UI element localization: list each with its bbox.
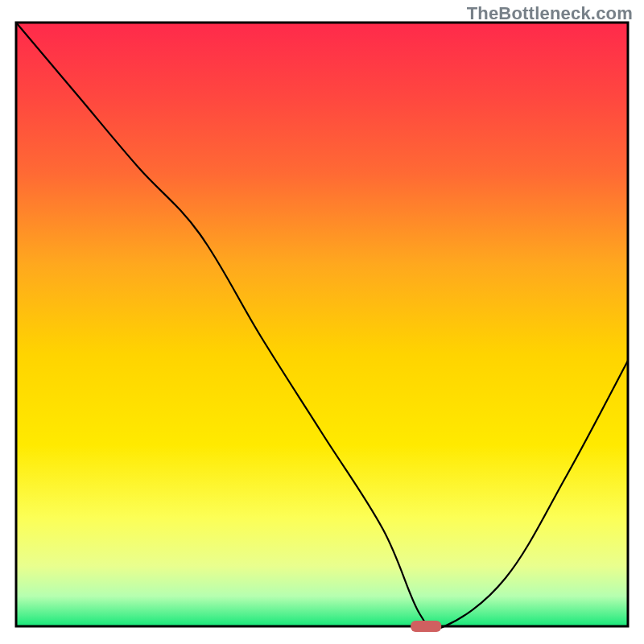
- watermark-label: TheBottleneck.com: [467, 3, 633, 24]
- optimal-marker: [411, 621, 441, 632]
- chart-container: TheBottleneck.com: [0, 0, 644, 644]
- plot-background: [16, 23, 628, 626]
- bottleneck-chart: [0, 0, 644, 644]
